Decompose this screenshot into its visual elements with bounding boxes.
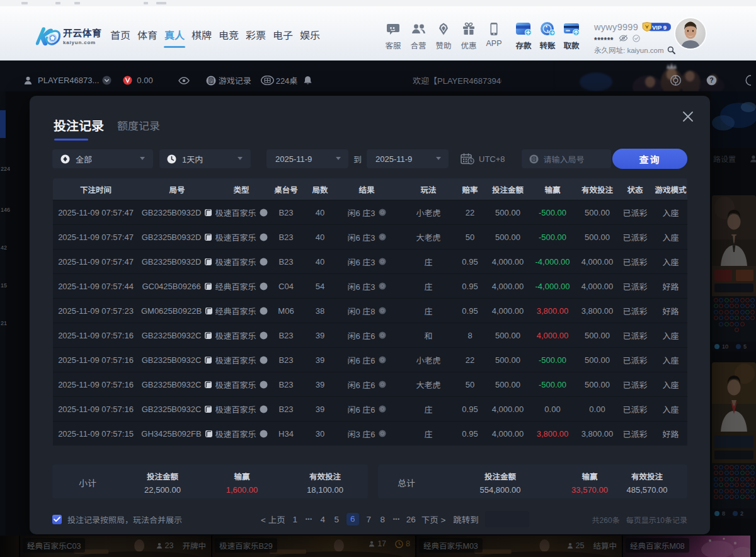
result-info-icon[interactable] — [379, 258, 386, 265]
copy-icon[interactable] — [204, 331, 212, 340]
info-icon[interactable] — [260, 282, 268, 290]
info-icon[interactable] — [260, 307, 268, 315]
summary-col-win: 输赢 1,600.00 — [226, 470, 258, 495]
category-select[interactable]: 全部 — [52, 149, 153, 168]
header-action-赞助[interactable]: 赞助 — [432, 21, 455, 51]
tables-count[interactable]: 224桌 — [276, 74, 298, 86]
username[interactable]: wywy9999 — [594, 22, 638, 32]
info-icon[interactable] — [260, 258, 268, 266]
search-button[interactable]: 查询 — [612, 149, 687, 169]
page-26[interactable]: 26 — [406, 515, 416, 524]
result-info-icon[interactable] — [379, 307, 386, 314]
result-info-icon[interactable] — [379, 209, 386, 216]
page-4[interactable]: 4 — [319, 515, 327, 524]
edge-icon[interactable] — [742, 75, 751, 86]
nav-item-电子[interactable]: 电子 — [273, 30, 293, 47]
header-action-转账[interactable]: 转账 — [536, 21, 559, 51]
bell-icon[interactable] — [304, 76, 312, 85]
table-row[interactable]: 2025-11-09 07:57:16 GB2325B0932C 极速百家乐 B… — [53, 323, 687, 347]
copy-icon[interactable] — [205, 430, 213, 438]
page-6[interactable]: 6 — [346, 513, 359, 525]
table-row[interactable]: 2025-11-09 07:57:47 GB2325B0932D 极速百家乐 B… — [53, 249, 687, 273]
player-id[interactable]: PLAYER46873... — [38, 76, 99, 85]
refresh-icon[interactable] — [670, 75, 681, 86]
header-action-APP[interactable]: APP — [482, 21, 506, 48]
copy-icon[interactable] — [204, 209, 212, 217]
info-icon[interactable] — [260, 381, 268, 389]
tab-quota-records[interactable]: 额度记录 — [117, 117, 160, 141]
header-action-合营[interactable]: 合营 — [406, 21, 430, 51]
copy-icon[interactable] — [204, 282, 212, 290]
result-info-icon[interactable] — [379, 331, 386, 339]
eye-off-icon[interactable] — [619, 35, 628, 42]
avatar[interactable] — [675, 18, 706, 49]
page-7[interactable]: 7 — [365, 515, 373, 524]
info-icon[interactable] — [260, 405, 268, 413]
result-info-icon[interactable] — [379, 430, 386, 437]
header-action-存款[interactable]: 存款 — [512, 21, 536, 51]
range-select[interactable]: 1天内 — [159, 149, 251, 168]
nav-item-真人[interactable]: 真人 — [164, 30, 185, 47]
chevron-down-circle-icon[interactable] — [102, 76, 112, 85]
game-records-link[interactable]: 游戏记录 — [219, 74, 251, 86]
header-action-客服[interactable]: 客服 — [381, 21, 405, 51]
pagination: < 上页1•••45678•••26下页 >跳转到 — [261, 510, 529, 529]
header-action-优惠[interactable]: 优惠 — [457, 21, 481, 51]
eye-icon[interactable] — [178, 77, 190, 84]
nav-item-体育[interactable]: 体育 — [137, 30, 158, 47]
nav-item-电竞[interactable]: 电竞 — [219, 30, 239, 47]
page-5[interactable]: 5 — [333, 515, 341, 524]
cell-table-no: B23 — [267, 208, 305, 217]
header-action-取款[interactable]: 取款 — [559, 21, 583, 51]
copy-icon[interactable] — [204, 356, 212, 364]
table-row[interactable]: 2025-11-09 07:57:44 GC0425B09266 经典百家乐 C… — [53, 273, 687, 298]
info-icon[interactable] — [260, 331, 268, 340]
table-row[interactable]: 2025-11-09 07:57:16 GB2325B0932C 极速百家乐 B… — [53, 372, 687, 396]
table-row[interactable]: 2025-11-09 07:57:23 GM0625B0922B 经典百家乐 M… — [53, 298, 687, 323]
info-icon[interactable] — [260, 430, 268, 438]
nav-item-娱乐[interactable]: 娱乐 — [300, 30, 320, 47]
table-row[interactable]: 2025-11-09 07:57:16 GB2325B0932C 极速百家乐 B… — [53, 347, 687, 372]
result-info-icon[interactable] — [379, 381, 386, 388]
prev-page-button[interactable]: < 上页 — [261, 513, 285, 525]
info-icon[interactable] — [260, 209, 268, 217]
nav-item-棋牌[interactable]: 棋牌 — [192, 30, 212, 47]
timezone-display[interactable]: UTC+8 — [461, 153, 505, 164]
merge-checkbox[interactable] — [52, 515, 62, 524]
info-icon[interactable] — [260, 233, 268, 241]
copy-icon[interactable] — [204, 405, 212, 413]
brand-logo[interactable]: 开云体育 kaiyun.com — [35, 26, 101, 47]
info-icon[interactable] — [260, 356, 268, 364]
next-page-button[interactable]: 下页 > — [421, 513, 446, 525]
table-row[interactable]: 2025-11-09 07:57:16 GB2325B0932C 极速百家乐 B… — [53, 396, 687, 421]
jump-page-input[interactable] — [485, 511, 529, 527]
copy-icon[interactable] — [205, 307, 213, 315]
result-info-icon[interactable] — [379, 405, 386, 413]
pager-ellipsis[interactable]: ••• — [392, 516, 401, 522]
magnifier-icon[interactable] — [667, 46, 675, 54]
result-info-icon[interactable] — [379, 356, 386, 364]
help-icon[interactable]: ? — [706, 75, 717, 86]
page-8[interactable]: 8 — [379, 515, 387, 524]
result-text: 闲6 庄6 — [347, 354, 375, 366]
table-row[interactable]: 2025-11-09 07:57:47 GB2325B0932D 极速百家乐 B… — [53, 224, 687, 249]
result-info-icon[interactable] — [379, 233, 386, 241]
modal-footer: 投注记录按照局，玩法合并展示 < 上页1•••45678•••26下页 >跳转到… — [52, 510, 687, 529]
result-info-icon[interactable] — [379, 282, 386, 290]
tab-bet-records[interactable]: 投注记录 — [54, 116, 104, 141]
date-from-picker[interactable]: 2025-11-9 — [266, 149, 348, 168]
vip-badge[interactable]: VIP 9 — [642, 21, 671, 32]
table-row[interactable]: 2025-11-09 07:57:15 GH3425B092FB 极速百家乐 H… — [53, 421, 687, 445]
check-circle-icon[interactable] — [633, 35, 640, 42]
date-to-picker[interactable]: 2025-11-9 — [367, 149, 449, 168]
copy-icon[interactable] — [204, 381, 212, 389]
page-1[interactable]: 1 — [291, 515, 299, 524]
table-row[interactable]: 2025-11-09 07:57:47 GB2325B0932D 极速百家乐 B… — [53, 200, 687, 224]
pager-ellipsis[interactable]: ••• — [305, 516, 313, 522]
copy-icon[interactable] — [204, 258, 212, 266]
nav-item-首页[interactable]: 首页 — [110, 30, 130, 47]
round-search-input[interactable]: 请输入局号 — [522, 149, 611, 168]
close-icon[interactable] — [682, 111, 694, 122]
nav-item-彩票[interactable]: 彩票 — [246, 30, 266, 47]
copy-icon[interactable] — [204, 233, 212, 241]
